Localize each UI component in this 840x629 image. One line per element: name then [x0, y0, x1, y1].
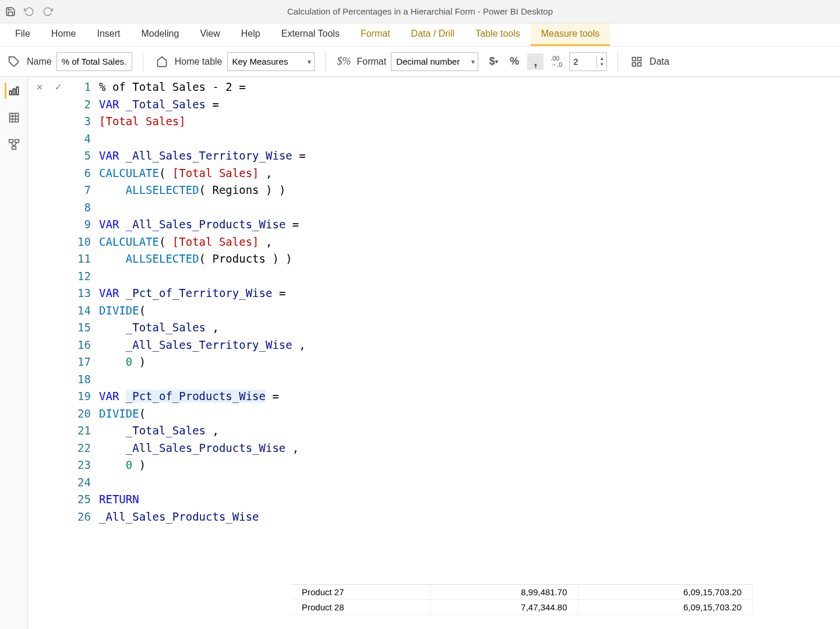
home-table-select[interactable]: Key Measures: [227, 52, 315, 71]
thousands-button[interactable]: ,: [527, 54, 543, 70]
svg-rect-15: [12, 146, 16, 149]
undo-icon[interactable]: [23, 6, 35, 17]
view-switcher: [0, 77, 28, 629]
commit-formula-icon[interactable]: ✓: [51, 80, 65, 94]
format-select[interactable]: Decimal number: [391, 52, 478, 71]
svg-rect-4: [633, 62, 636, 66]
svg-line-16: [11, 143, 14, 147]
format-icon: $%: [336, 54, 352, 70]
tab-measure-tools[interactable]: Measure tools: [531, 23, 610, 46]
svg-rect-6: [13, 89, 15, 95]
window-title: Calculation of Percentages in a Hierarch…: [287, 6, 553, 16]
svg-rect-13: [9, 140, 13, 143]
tab-help[interactable]: Help: [231, 23, 271, 46]
data-category-label: Data: [650, 56, 669, 67]
svg-rect-1: [633, 57, 636, 61]
spinner-down-icon[interactable]: ▼: [597, 62, 606, 68]
cancel-formula-icon[interactable]: ✕: [33, 80, 47, 94]
data-view-icon[interactable]: [6, 109, 22, 126]
decimals-spinner[interactable]: ▲ ▼: [569, 52, 607, 71]
line-gutter: 1234567891011121314151617181920212223242…: [70, 77, 97, 526]
measure-toolbar: Name Home table Key Measures $% Format D…: [0, 47, 840, 77]
model-view-icon[interactable]: [6, 136, 22, 153]
home-table-label: Home table: [175, 56, 223, 67]
tab-insert[interactable]: Insert: [86, 23, 130, 46]
table-row: Product 27 8,99,481.70 6,09,15,703.20: [291, 585, 753, 600]
titlebar: Calculation of Percentages in a Hierarch…: [0, 0, 840, 23]
tab-home[interactable]: Home: [41, 23, 87, 46]
table-row: Product 28 7,47,344.80 6,09,15,703.20: [291, 600, 753, 615]
format-label: Format: [357, 56, 387, 67]
tab-table-tools[interactable]: Table tools: [465, 23, 531, 46]
tab-modeling[interactable]: Modeling: [130, 23, 189, 46]
tab-view[interactable]: View: [189, 23, 230, 46]
ribbon-tabs: File Home Insert Modeling View Help Exte…: [0, 23, 840, 47]
decimal-icon[interactable]: .00→.0: [548, 54, 564, 70]
tab-file[interactable]: File: [5, 23, 41, 46]
spinner-up-icon[interactable]: ▲: [597, 56, 606, 62]
redo-icon[interactable]: [42, 6, 54, 17]
svg-rect-2: [638, 57, 641, 61]
name-input[interactable]: [57, 52, 132, 71]
data-category-icon: [629, 54, 645, 70]
home-icon: [154, 54, 170, 70]
svg-rect-8: [9, 114, 18, 122]
svg-rect-7: [16, 87, 18, 94]
decimals-input[interactable]: [570, 53, 597, 70]
svg-rect-3: [638, 62, 641, 66]
svg-rect-5: [9, 91, 11, 95]
currency-button[interactable]: $▾: [485, 54, 502, 70]
tab-external-tools[interactable]: External Tools: [271, 23, 350, 46]
svg-rect-14: [15, 140, 19, 143]
svg-line-17: [14, 143, 17, 147]
tag-icon: [6, 54, 22, 70]
report-view-icon[interactable]: [5, 83, 21, 99]
tab-format[interactable]: Format: [350, 23, 401, 46]
percent-button[interactable]: %: [506, 54, 523, 70]
data-preview: Product 27 8,99,481.70 6,09,15,703.20 Pr…: [291, 584, 753, 615]
name-label: Name: [27, 56, 52, 67]
tab-data-drill[interactable]: Data / Drill: [401, 23, 465, 46]
code-area[interactable]: % of Total Sales - 2 =VAR _Total_Sales =…: [97, 77, 306, 526]
dax-editor[interactable]: ✕ ✓ 123456789101112131415161718192021222…: [28, 77, 840, 629]
save-icon[interactable]: [5, 6, 16, 17]
